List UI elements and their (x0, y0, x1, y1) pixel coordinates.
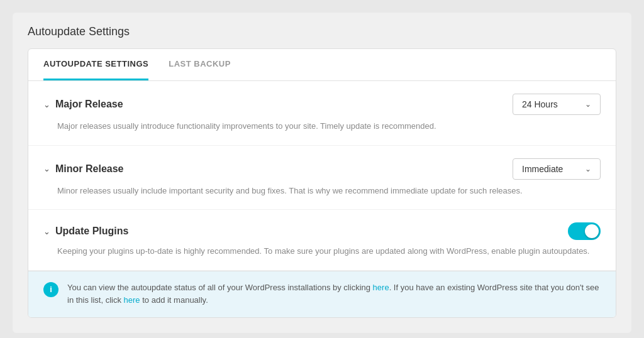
major-release-description: Major releases usually introduce functio… (43, 120, 601, 133)
info-box: i You can view the autoupdate status of … (28, 271, 616, 318)
minor-release-dropdown[interactable]: Immediate ⌄ (513, 158, 601, 180)
info-link-2[interactable]: here (124, 295, 140, 305)
toggle-track[interactable] (568, 222, 601, 240)
minor-release-dropdown-value: Immediate (522, 164, 563, 174)
update-plugins-description: Keeping your plugins up-to-date is highl… (43, 245, 601, 258)
major-release-dropdown-arrow-icon: ⌄ (585, 100, 591, 109)
tab-last-backup[interactable]: LAST BACKUP (169, 49, 231, 80)
major-release-title-left: ⌄ Major Release (43, 99, 123, 110)
major-release-row: ⌄ Major Release 24 Hours ⌄ Major release… (28, 81, 616, 146)
update-plugins-row: ⌄ Update Plugins Keeping your plugins up… (28, 210, 616, 271)
info-text-before-link1: You can view the autoupdate status of al… (67, 283, 373, 292)
major-release-header: ⌄ Major Release 24 Hours ⌄ (43, 94, 601, 115)
info-text: You can view the autoupdate status of al… (67, 281, 601, 308)
minor-release-chevron-icon: ⌄ (43, 164, 50, 173)
minor-release-header: ⌄ Minor Release Immediate ⌄ (43, 158, 601, 180)
info-text-after: to add it manually. (140, 295, 208, 305)
settings-body: ⌄ Major Release 24 Hours ⌄ Major release… (28, 81, 616, 317)
minor-release-row: ⌄ Minor Release Immediate ⌄ Minor releas… (28, 146, 616, 210)
info-link-1[interactable]: here (373, 283, 389, 292)
major-release-dropdown-value: 24 Hours (522, 99, 558, 109)
major-release-title: Major Release (55, 99, 123, 110)
minor-release-dropdown-arrow-icon: ⌄ (585, 165, 591, 173)
toggle-thumb (585, 224, 599, 238)
major-release-dropdown[interactable]: 24 Hours ⌄ (513, 94, 601, 115)
tab-autoupdate-settings[interactable]: AUTOUPDATE SETTINGS (43, 49, 148, 80)
update-plugins-header: ⌄ Update Plugins (43, 222, 601, 240)
info-icon: i (43, 282, 58, 297)
update-plugins-toggle[interactable] (568, 222, 601, 240)
update-plugins-title-left: ⌄ Update Plugins (43, 226, 128, 237)
tabs-bar: AUTOUPDATE SETTINGS LAST BACKUP (28, 49, 616, 81)
major-release-chevron-icon: ⌄ (43, 100, 50, 109)
update-plugins-title: Update Plugins (55, 226, 128, 237)
minor-release-title-left: ⌄ Minor Release (43, 163, 123, 175)
page-title: Autoupdate Settings (28, 25, 616, 38)
outer-container: Autoupdate Settings AUTOUPDATE SETTINGS … (13, 13, 631, 333)
minor-release-title: Minor Release (55, 163, 123, 175)
settings-card: AUTOUPDATE SETTINGS LAST BACKUP ⌄ Major … (28, 48, 616, 318)
minor-release-description: Minor releases usually include important… (43, 185, 601, 197)
update-plugins-chevron-icon: ⌄ (43, 227, 50, 236)
